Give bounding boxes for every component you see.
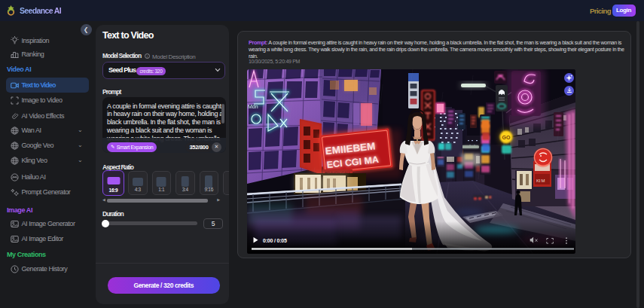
svg-text:Mdn: Mdn [248, 104, 258, 109]
svg-text:KI M: KI M [536, 178, 545, 183]
svg-text:0:00 / 0:05: 0:00 / 0:05 [263, 237, 287, 242]
svg-text:GO: GO [502, 135, 511, 140]
